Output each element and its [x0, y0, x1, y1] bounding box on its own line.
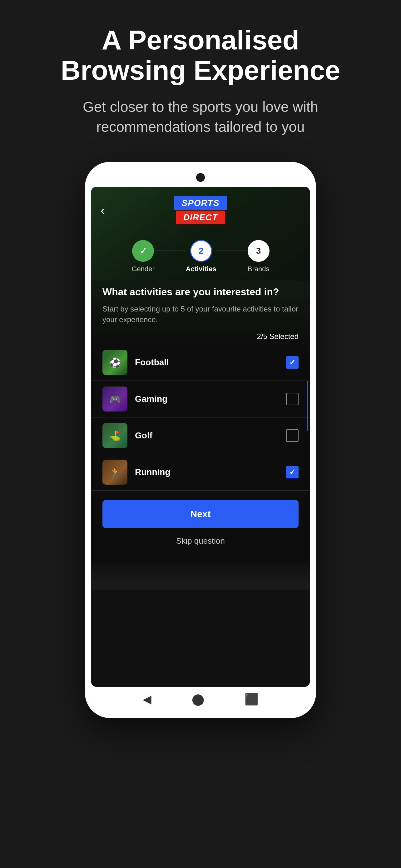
checkbox-gaming[interactable]	[286, 393, 299, 405]
checkbox-golf[interactable]	[286, 429, 299, 442]
screen-content: ‹ SPORTS DIRECT ✓ Gender 2 Acti	[91, 187, 310, 590]
step-label-gender: Gender	[132, 265, 154, 273]
activity-item-football[interactable]: Football ✓	[91, 344, 310, 381]
checkbox-football[interactable]: ✓	[286, 356, 299, 369]
question-subtitle: Start by selecting up to 5 of your favou…	[102, 304, 299, 324]
step-circle-gender: ✓	[132, 240, 154, 262]
nav-home-icon[interactable]: ⬤	[192, 693, 204, 706]
golf-image	[102, 423, 127, 448]
phone-mockup: ‹ SPORTS DIRECT ✓ Gender 2 Acti	[85, 162, 316, 718]
activity-thumb-golf	[102, 423, 127, 448]
gaming-image	[102, 386, 127, 411]
skip-button[interactable]: Skip question	[91, 533, 310, 549]
activity-name-running: Running	[135, 467, 278, 477]
question-section: What activities are you interested in? S…	[91, 276, 310, 341]
next-button[interactable]: Next	[102, 500, 299, 528]
back-button[interactable]: ‹	[101, 204, 105, 217]
screen-bottom-fade	[91, 558, 310, 590]
checkbox-running[interactable]: ✓	[286, 466, 299, 478]
checkmark-running: ✓	[289, 468, 295, 476]
step-label-brands: Brands	[248, 265, 269, 273]
checkmark-football: ✓	[289, 358, 295, 367]
activity-thumb-football	[102, 350, 127, 375]
phone-bottom-bar: ◀ ⬤ ⬛	[91, 687, 310, 712]
step-connector-1	[155, 251, 186, 251]
gaming-row-container: Gaming	[91, 381, 310, 417]
step-activities: 2 Activities	[186, 240, 216, 273]
phone-notch-bar	[91, 168, 310, 187]
activity-thumb-gaming	[102, 386, 127, 411]
top-nav: ‹ SPORTS DIRECT	[91, 187, 310, 230]
screen-background: ‹ SPORTS DIRECT ✓ Gender 2 Acti	[91, 187, 310, 590]
activity-name-football: Football	[135, 358, 278, 367]
football-image	[102, 350, 127, 375]
step-connector-2	[216, 251, 248, 251]
activity-item-gaming[interactable]: Gaming	[91, 381, 310, 417]
step-gender: ✓ Gender	[132, 240, 154, 273]
logo: SPORTS DIRECT	[174, 196, 227, 224]
progress-steps: ✓ Gender 2 Activities 3 Brands	[91, 230, 310, 276]
step-label-activities: Activities	[186, 265, 216, 273]
phone-camera	[196, 173, 205, 182]
hero-subtitle: Get closer to the sports you love with r…	[72, 97, 329, 137]
nav-back-icon[interactable]: ◀	[143, 693, 152, 706]
nav-recent-icon[interactable]: ⬛	[244, 693, 259, 706]
activity-item-golf[interactable]: Golf	[91, 417, 310, 454]
question-title: What activities are you interested in?	[102, 286, 299, 299]
activity-list: Football ✓ Gaming	[91, 344, 310, 491]
logo-direct: DIRECT	[176, 211, 225, 224]
activity-item-running[interactable]: Running ✓	[91, 454, 310, 491]
running-image	[102, 460, 127, 485]
activity-name-gaming: Gaming	[135, 394, 278, 404]
logo-sports: SPORTS	[174, 196, 227, 210]
selection-count: 2/5 Selected	[102, 332, 299, 341]
activity-name-golf: Golf	[135, 431, 278, 440]
step-brands: 3 Brands	[248, 240, 269, 273]
phone-screen: ‹ SPORTS DIRECT ✓ Gender 2 Acti	[91, 187, 310, 687]
step-circle-brands: 3	[248, 240, 269, 262]
hero-title: A Personalised Browsing Experience	[60, 25, 341, 86]
step-circle-activities: 2	[190, 240, 212, 262]
activity-thumb-running	[102, 460, 127, 485]
